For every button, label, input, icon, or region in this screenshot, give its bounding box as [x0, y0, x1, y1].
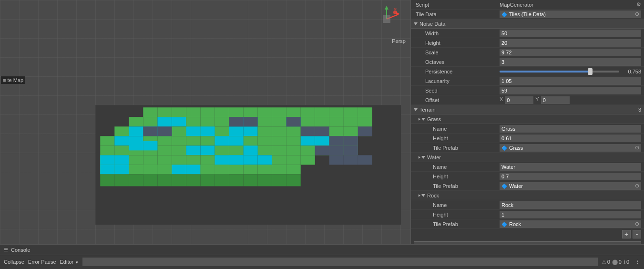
error-count-group: ⬤ 0: [612, 259, 622, 265]
svg-rect-123: [286, 165, 301, 174]
grass-tileprefab-label: Tile Prefab: [414, 145, 500, 151]
info-icon: ℹ: [624, 259, 625, 265]
svg-rect-66: [200, 136, 215, 145]
water-height-label: Height: [414, 174, 500, 179]
console-dots-menu[interactable]: ⋮: [635, 259, 640, 265]
console-toolbar: Collapse Error Pause Editor ▼ ⚠ 0 ⬤ 0 ℹ …: [0, 255, 644, 269]
water-name-input[interactable]: [500, 163, 641, 171]
add-terrain-button[interactable]: +: [622, 230, 631, 238]
grass-height-label: Height: [414, 135, 500, 141]
script-row: Script MapGenerator ⚙: [411, 0, 644, 10]
noise-data-header[interactable]: Noise Data: [411, 19, 644, 29]
persistence-label: Persistence: [414, 69, 500, 74]
water-name-label: Name: [414, 164, 500, 170]
water-settings-icon[interactable]: ⊙: [635, 183, 639, 189]
svg-rect-155: [172, 165, 186, 174]
grass-height-input[interactable]: [500, 134, 641, 142]
rock-header[interactable]: Rock: [411, 191, 644, 200]
persistence-slider-fill: [500, 71, 590, 72]
svg-rect-45: [172, 126, 186, 136]
svg-rect-14: [229, 107, 244, 117]
grass-tileprefab-value[interactable]: 🔷Grass ⊙: [500, 144, 641, 152]
grass-settings-icon[interactable]: ⊙: [635, 145, 639, 151]
seed-row: Seed: [411, 86, 644, 95]
action-buttons-row: Generate Map: [411, 239, 644, 244]
rock-tileprefab-value[interactable]: 🔷Rock ⊙: [500, 220, 641, 228]
lacunarity-input[interactable]: [500, 77, 641, 85]
rock-tileprefab-row: Tile Prefab 🔷Rock ⊙: [411, 219, 644, 229]
svg-rect-21: [329, 107, 344, 117]
svg-rect-59: [100, 136, 114, 145]
svg-rect-125: [143, 141, 157, 150]
width-label: Width: [414, 31, 500, 36]
editor-button[interactable]: Editor ▼: [60, 259, 79, 265]
water-height-input[interactable]: [500, 173, 641, 180]
svg-rect-69: [244, 136, 258, 145]
seed-input[interactable]: [500, 87, 641, 94]
svg-rect-143: [329, 145, 344, 155]
svg-rect-83: [186, 145, 200, 155]
noise-height-label: Height: [414, 40, 500, 46]
rock-name-input[interactable]: [500, 201, 641, 209]
noise-height-input[interactable]: [500, 39, 641, 47]
svg-rect-130: [244, 145, 258, 155]
svg-rect-97: [129, 155, 143, 165]
console-tab-label[interactable]: Console: [11, 247, 30, 253]
rock-name-label: Name: [414, 202, 500, 208]
svg-rect-56: [329, 126, 344, 136]
svg-rect-63: [157, 136, 172, 145]
persistence-slider[interactable]: [500, 71, 619, 72]
water-tileprefab-value[interactable]: 🔷Water ⊙: [500, 182, 641, 190]
console-tab-icon: ☰: [4, 247, 8, 252]
tile-data-value[interactable]: 🔷Tiles (Tile Data) ⊙: [500, 10, 641, 18]
offset-y-input[interactable]: [541, 96, 570, 104]
svg-rect-152: [100, 165, 114, 174]
terrain-header[interactable]: Terrain 3: [411, 105, 644, 114]
script-label: Script: [414, 2, 500, 8]
script-settings-icon[interactable]: ⚙: [636, 1, 641, 8]
grass-name-input[interactable]: [500, 125, 641, 133]
rock-height-input[interactable]: [500, 211, 641, 218]
info-count: 0: [626, 259, 629, 265]
svg-rect-29: [200, 117, 215, 126]
remove-terrain-button[interactable]: -: [633, 230, 641, 238]
svg-rect-85: [215, 145, 229, 155]
noise-data-label: Noise Data: [419, 21, 445, 27]
svg-rect-57: [344, 126, 358, 136]
svg-rect-170: [258, 174, 272, 186]
svg-rect-165: [186, 174, 200, 186]
svg-rect-127: [200, 126, 215, 136]
svg-rect-132: [229, 155, 244, 165]
svg-rect-107: [272, 155, 286, 165]
svg-rect-13: [215, 107, 229, 117]
width-input[interactable]: [500, 30, 641, 37]
svg-rect-23: [358, 107, 372, 117]
offset-x-input[interactable]: [505, 96, 533, 104]
svg-rect-139: [315, 126, 329, 136]
collapse-button[interactable]: Collapse: [4, 259, 24, 265]
svg-rect-131: [215, 155, 229, 165]
svg-rect-71: [272, 136, 286, 145]
editor-dropdown-icon: ▼: [75, 260, 79, 265]
svg-rect-135: [229, 117, 244, 126]
svg-rect-121: [258, 165, 272, 174]
persistence-row: Persistence 0.758: [411, 67, 644, 76]
scale-row: Scale: [411, 48, 644, 57]
console-icons: ⚠ 0 ⬤ 0 ℹ 0: [602, 259, 629, 265]
grass-header[interactable]: Grass: [411, 114, 644, 124]
error-pause-button[interactable]: Error Pause: [28, 259, 56, 265]
scale-input[interactable]: [500, 49, 641, 56]
offset-y-label: Y: [535, 96, 539, 104]
rock-settings-icon[interactable]: ⊙: [635, 221, 639, 227]
water-header[interactable]: Water: [411, 153, 644, 162]
svg-rect-78: [114, 145, 129, 155]
grass-tile-icon: 🔷: [501, 145, 507, 151]
octaves-row: Octaves: [411, 57, 644, 67]
tile-data-settings-icon[interactable]: ⊙: [635, 11, 639, 17]
svg-rect-162: [143, 174, 157, 186]
scale-label: Scale: [414, 50, 500, 55]
warning-icon: ⚠: [602, 259, 606, 265]
console-search-input[interactable]: [82, 258, 597, 266]
octaves-input[interactable]: [500, 58, 641, 66]
noise-data-arrow: [414, 22, 418, 25]
